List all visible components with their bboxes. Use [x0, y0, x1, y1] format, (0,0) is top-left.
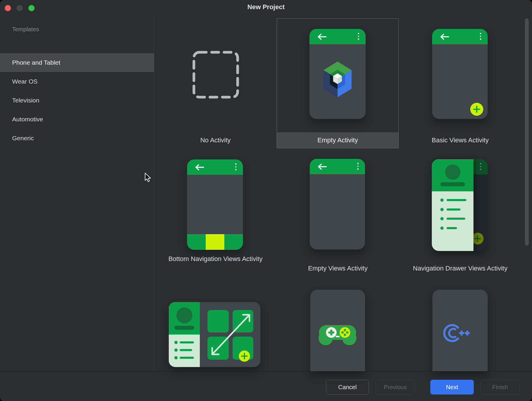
drawer-name-bar: [440, 182, 465, 186]
appbar: [432, 29, 488, 44]
sidebar-item-television[interactable]: Television: [0, 91, 154, 110]
drawer-item-bullet: [440, 226, 444, 230]
drawer-item-line: [447, 227, 457, 229]
dashed-square-icon: [192, 51, 239, 99]
dialog-title: New Project: [0, 3, 532, 11]
templates-header: Templates: [12, 26, 39, 33]
bottom-navigation-selected-tab: [206, 234, 224, 250]
phone-mockup: [310, 290, 365, 371]
sidebar-item-automotive[interactable]: Automotive: [0, 110, 154, 129]
card-label: Empty Views Activity: [277, 264, 399, 273]
template-card-responsive-views-activity[interactable]: [169, 302, 260, 367]
navigation-drawer: [432, 159, 473, 251]
sidebar-item-generic[interactable]: Generic: [0, 129, 154, 148]
bottom-navigation-bar: [187, 234, 243, 250]
cancel-button[interactable]: Cancel: [326, 380, 369, 395]
phone-mockup: [432, 29, 488, 119]
phone-mockup: [187, 159, 243, 250]
drawer-item-bullet: [440, 198, 444, 202]
drawer-item-bullet: [440, 217, 444, 220]
overflow-menu-icon: [235, 163, 237, 170]
back-arrow-icon: [440, 34, 449, 40]
finish-button[interactable]: Finish: [480, 380, 520, 395]
mouse-cursor: [144, 172, 152, 182]
overflow-menu-icon: [480, 33, 481, 40]
overflow-menu-icon: [480, 163, 481, 170]
card-label: Basic Views Activity: [399, 135, 521, 145]
jetpack-compose-logo: [320, 61, 355, 99]
overflow-menu-icon: [357, 163, 359, 170]
game-controller-icon: [318, 322, 357, 346]
card-label: Empty Activity: [277, 136, 399, 145]
appbar: [310, 159, 365, 174]
card-label: No Activity: [154, 135, 277, 145]
back-arrow-icon: [317, 34, 327, 40]
drawer-item-line: [447, 199, 466, 201]
card-label: Bottom Navigation Views Activity: [154, 254, 277, 264]
fab-add-icon-dimmed: [472, 233, 484, 244]
back-arrow-icon: [195, 164, 204, 170]
phone-mockup: [310, 159, 365, 250]
scrollbar-thumb[interactable]: [525, 18, 529, 246]
sidebar-item-wear-os[interactable]: Wear OS: [0, 72, 154, 91]
new-project-dialog: New Project Templates Phone and Tablet W…: [0, 0, 532, 401]
next-button[interactable]: Next: [430, 380, 474, 395]
phone-mockup: [432, 290, 488, 371]
card-label: Navigation Drawer Views Activity: [399, 264, 521, 273]
sidebar-item-phone-and-tablet[interactable]: Phone and Tablet: [0, 53, 154, 72]
fab-add-icon: [239, 351, 250, 362]
appbar: [309, 29, 366, 44]
phone-mockup: [309, 29, 366, 119]
drawer-item-line: [447, 218, 465, 220]
drawer-item-line: [447, 208, 460, 211]
footer-divider: [0, 371, 532, 371]
drawer-item-bullet: [440, 208, 444, 211]
previous-button[interactable]: Previous: [376, 380, 415, 395]
fab-add-icon: [470, 103, 483, 116]
overflow-menu-icon: [358, 33, 359, 40]
avatar: [445, 164, 460, 180]
appbar: [187, 159, 243, 175]
cpp-logo: [443, 322, 472, 344]
back-arrow-icon: [317, 164, 327, 170]
sidebar-divider: [154, 14, 154, 371]
